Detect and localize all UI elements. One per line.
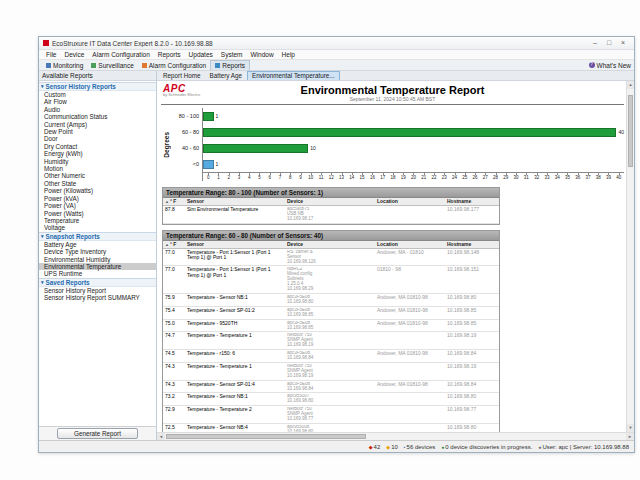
tree-item-dry-contact[interactable]: Dry Contact — [39, 143, 156, 150]
whats-new-link[interactable]: ? What's New — [589, 62, 631, 69]
x-tick-label: 27 — [480, 173, 490, 181]
column-header-hostname[interactable]: Hostname — [445, 241, 499, 248]
column-header-location[interactable]: Location — [375, 198, 445, 205]
tree-item-ups-runtime[interactable]: UPS Runtime — [39, 270, 156, 277]
report-tab-environmental-temperature[interactable]: Environmental Temperature... — [247, 71, 339, 80]
menu-alarm-configuration[interactable]: Alarm Configuration — [88, 50, 153, 60]
tree-item-current-amps[interactable]: Current (Amps) — [39, 121, 156, 128]
scroll-up-icon[interactable]: ▲ — [627, 81, 634, 89]
chart-ylabel-column: Degrees — [161, 108, 172, 181]
tree-item-power-kilowatts[interactable]: Power (Kilowatts) — [39, 187, 156, 194]
table-title: Temperature Range: 80 - 100 (Number of S… — [163, 188, 499, 198]
tree-item-power-watts[interactable]: Power (Watts) — [39, 210, 156, 217]
menu-window[interactable]: Window — [246, 50, 277, 60]
x-tick-label: 11 — [316, 173, 326, 181]
collapse-icon: ▾ — [41, 232, 44, 241]
tree-item-dew-point[interactable]: Dew Point — [39, 128, 156, 135]
perspective-tab-monitoring[interactable]: Monitoring — [42, 60, 87, 70]
devices-status[interactable]: ▪56 devices — [404, 444, 435, 450]
menu-reports[interactable]: Reports — [154, 50, 185, 60]
menu-device[interactable]: Device — [60, 50, 88, 60]
close-icon[interactable]: × — [616, 37, 630, 49]
column-header-sensor[interactable]: Sensor — [185, 241, 285, 248]
tree-item-voltage[interactable]: Voltage — [39, 224, 156, 231]
tree-item-door[interactable]: Door — [39, 135, 156, 142]
device-detail-line: 10.169.98.80 — [287, 300, 373, 305]
tree-item-motion[interactable]: Motion — [39, 165, 156, 172]
status-text: 56 devices — [407, 444, 436, 450]
tree-item-humidity[interactable]: Humidity — [39, 158, 156, 165]
tree-section-snapshot-reports[interactable]: ▾Snapshot Reports — [39, 232, 156, 241]
vertical-scroll-thumb[interactable] — [628, 95, 633, 167]
tree-section-sensor-history-reports[interactable]: ▾Sensor History Reports — [39, 82, 156, 91]
report-main: Report HomeBattery AgeEnvironmental Temp… — [157, 71, 634, 440]
tree-item-power-va[interactable]: Power (VA) — [39, 202, 156, 209]
report-tab-report-home[interactable]: Report Home — [159, 72, 204, 80]
scroll-down-icon[interactable]: ▼ — [627, 424, 634, 432]
tree-item-other-numeric[interactable]: Other Numeric — [39, 172, 156, 179]
tree-item-environmental-humidity[interactable]: Environmental Humidity — [39, 256, 156, 263]
cell-sensor: Temperature - Temperature 2 — [185, 407, 285, 422]
device-detail-line: 10.169.98.80 — [287, 399, 373, 404]
chart-bar-row: 1 — [203, 156, 624, 172]
chart-bar-row: 10 — [203, 140, 624, 156]
report-tab-battery-age[interactable]: Battery Age — [205, 72, 246, 80]
perspective-tab-alarm-configuration[interactable]: Alarm Configuration — [138, 60, 210, 70]
tree-section-saved-reports[interactable]: ▾Saved Reports — [39, 278, 156, 287]
cell-hostname: 10.169.98.80 — [445, 394, 499, 404]
menu-help[interactable]: Help — [278, 50, 299, 60]
tree-item-communication-status[interactable]: Communication Status — [39, 113, 156, 120]
x-tick-label: 30 — [511, 173, 521, 181]
tree-item-device-type-inventory[interactable]: Device Type Inventory — [39, 248, 156, 255]
perspective-tab-reports[interactable]: Reports — [210, 60, 250, 70]
x-tick-label: 26 — [470, 173, 480, 181]
report-tables: Temperature Range: 80 - 100 (Number of S… — [161, 187, 624, 432]
tree-item-custom[interactable]: Custom — [39, 91, 156, 98]
tree-item-temperature[interactable]: Temperature — [39, 217, 156, 224]
x-tick-label: 16 — [367, 173, 377, 181]
scroll-right-icon[interactable]: ► — [626, 433, 634, 440]
menu-file[interactable]: File — [42, 50, 60, 60]
column-header-f[interactable]: ▲° F — [163, 198, 185, 205]
user-status[interactable]: ●User: apc | Server: 10.169.98.88 — [538, 444, 629, 450]
tree-item-air-flow[interactable]: Air Flow — [39, 98, 156, 105]
horizontal-scrollbar[interactable]: ◄ ► — [157, 432, 634, 440]
vertical-scrollbar[interactable]: ▲ ▼ — [626, 81, 634, 432]
column-header-label: Sensor — [187, 241, 204, 247]
device-detail-line: 10.169.98.77 — [287, 417, 373, 422]
tree-item-battery-age[interactable]: Battery Age — [39, 241, 156, 248]
cell-sensor: Temperature - Sensor SP-01:2 — [185, 308, 285, 318]
menu-system[interactable]: System — [217, 50, 247, 60]
minimize-icon[interactable]: – — [588, 37, 602, 49]
column-header-device[interactable]: Device — [285, 198, 375, 205]
column-header-f[interactable]: ▲° F — [163, 241, 185, 248]
device-detail-line: 10.169.98.19 — [287, 374, 373, 379]
status-text: 42 — [374, 444, 381, 450]
cell-sensor: Temperature - r150: 6 — [185, 351, 285, 361]
tree-item-energy-kwh[interactable]: Energy (kWh) — [39, 150, 156, 157]
x-tick-label: 2 — [224, 173, 234, 181]
menu-updates[interactable]: Updates — [185, 50, 217, 60]
tree-item-sensor-history-report-summary[interactable]: Sensor History Report SUMMARY — [39, 294, 156, 301]
tree-item-power-kva[interactable]: Power (kVA) — [39, 195, 156, 202]
device-detail-line: 10.169.98.85 — [287, 313, 373, 318]
scroll-left-icon[interactable]: ◄ — [157, 433, 165, 440]
column-header-sensor[interactable]: Sensor — [185, 198, 285, 205]
warning-alarm-status[interactable]: ◆10 — [386, 444, 398, 450]
tree-item-other-state[interactable]: Other State — [39, 180, 156, 187]
tree-item-sensor-history-report[interactable]: Sensor History Report — [39, 287, 156, 294]
tree-item-audio[interactable]: Audio — [39, 106, 156, 113]
maximize-icon[interactable]: □ — [602, 37, 616, 49]
column-header-location[interactable]: Location — [375, 241, 445, 248]
title-bar: EcoStruxure IT Data Center Expert 8.2.0 … — [39, 37, 634, 50]
critical-alarm-status[interactable]: ◆42 — [369, 444, 381, 450]
discovery-status[interactable]: ●0 device discoveries in progress. — [441, 444, 532, 450]
horizontal-scroll-thumb[interactable] — [166, 434, 366, 439]
x-tick-label: 34 — [552, 173, 562, 181]
column-header-device[interactable]: Device — [285, 241, 375, 248]
generate-report-button[interactable]: Generate Report — [57, 428, 138, 439]
tree-item-environmental-temperature[interactable]: Environmental Temperature — [39, 263, 156, 270]
column-header-hostname[interactable]: Hostname — [445, 198, 499, 205]
perspective-tab-surveillance[interactable]: Surveillance — [87, 60, 137, 70]
x-tick-label: 6 — [265, 173, 275, 181]
